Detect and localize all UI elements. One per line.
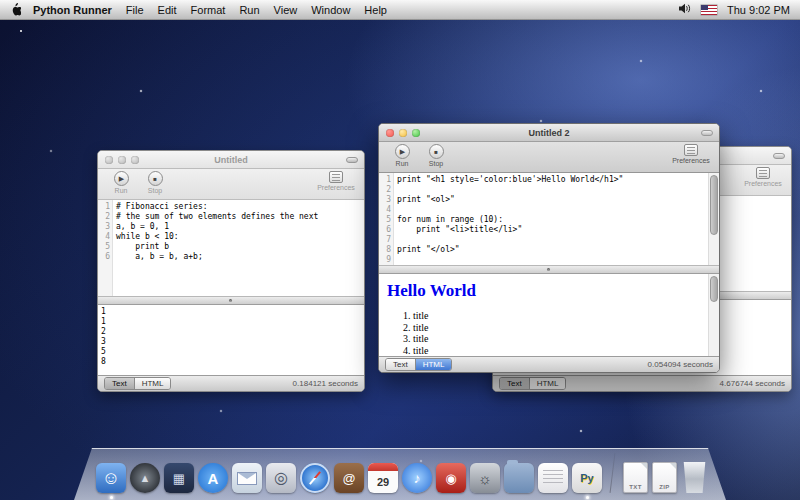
itunes-icon[interactable]: ♪	[402, 463, 432, 493]
minimize-button[interactable]	[399, 129, 407, 137]
line-number: 1	[98, 202, 112, 212]
python-runner-icon[interactable]: Py	[572, 463, 602, 493]
line-number: 3	[379, 195, 393, 205]
preferences-icon	[684, 144, 698, 156]
toolbar-toggle-button[interactable]	[773, 153, 785, 159]
preview-icon[interactable]: ◎	[266, 463, 296, 493]
code-text: a, b = 0, 1	[112, 222, 169, 232]
code-line: 3print "<ol>"	[379, 195, 719, 205]
status-bar: Text HTML 4.676744 seconds	[493, 375, 791, 391]
mission-control-icon[interactable]: ▦	[164, 463, 194, 493]
code-line: 4while b < 10:	[98, 232, 364, 242]
stop-icon: ■	[434, 149, 438, 155]
output-pane: 112358	[98, 305, 364, 375]
splitter-grip[interactable]	[547, 268, 550, 271]
html-mode-button[interactable]: HTML	[415, 359, 452, 370]
keyboard-flag-icon[interactable]	[701, 5, 717, 15]
toolbar-toggle-button[interactable]	[346, 157, 358, 163]
close-button[interactable]	[386, 129, 394, 137]
menu-item[interactable]: Run	[239, 4, 259, 16]
line-number: 1	[379, 175, 393, 185]
preferences-button-label: Preferences	[317, 184, 355, 191]
html-mode-button[interactable]: HTML	[134, 378, 171, 389]
scrollbar	[708, 173, 719, 265]
line-number: 2	[379, 185, 393, 195]
status-bar: Text HTML 0.184121 seconds	[98, 375, 364, 391]
scrollbar-thumb[interactable]	[710, 276, 718, 302]
run-button[interactable]: ▶ Run	[106, 171, 136, 194]
menu-item[interactable]: Format	[191, 4, 226, 16]
scrollbar	[708, 274, 719, 356]
menu-item[interactable]: View	[274, 4, 298, 16]
txt-document-icon[interactable]: TXT	[623, 462, 648, 493]
code-editor[interactable]: 1print "<h1 style='color:blue'>Hello Wor…	[379, 173, 719, 265]
title-bar[interactable]: Untitled 2	[379, 124, 719, 142]
code-line: 2# the sum of two elements defines the n…	[98, 212, 364, 222]
code-text	[393, 185, 397, 195]
code-text: while b < 10:	[112, 232, 179, 242]
code-text: print "<ol>"	[393, 195, 455, 205]
zoom-button[interactable]	[131, 156, 139, 164]
line-number: 6	[379, 225, 393, 235]
volume-icon[interactable]	[678, 3, 691, 16]
dock-separator	[610, 453, 616, 493]
text-mode-button[interactable]: Text	[500, 378, 529, 389]
preferences-button[interactable]: Preferences	[316, 171, 356, 191]
close-button[interactable]	[105, 156, 113, 164]
window-controls	[386, 129, 420, 137]
apple-menu-icon[interactable]	[10, 3, 21, 16]
zip-document-icon[interactable]: ZIP	[652, 462, 677, 493]
output-line: 8	[101, 357, 364, 367]
code-line: 5for num in range (10):	[379, 215, 719, 225]
preferences-icon	[329, 171, 343, 183]
calendar-icon[interactable]: 29	[368, 463, 398, 493]
code-text: print "</ol>"	[393, 245, 460, 255]
address-book-icon[interactable]: @	[334, 463, 364, 493]
preferences-button[interactable]: Preferences	[743, 167, 783, 187]
menu-item[interactable]: Window	[311, 4, 350, 16]
toolbar-toggle-button[interactable]	[701, 130, 713, 136]
stop-button[interactable]: ■ Stop	[140, 171, 170, 194]
menu-item[interactable]: Edit	[158, 4, 177, 16]
text-mode-button[interactable]: Text	[386, 359, 415, 370]
menu-clock[interactable]: Thu 9:02 PM	[727, 4, 790, 16]
title-bar[interactable]: Untitled	[98, 151, 364, 169]
rendered-list: titletitletitletitletitletitle	[413, 310, 711, 356]
menu-item[interactable]: Help	[364, 4, 387, 16]
mail-icon[interactable]	[232, 463, 262, 493]
app-menu-title[interactable]: Python Runner	[33, 4, 112, 16]
run-button[interactable]: ▶ Run	[387, 144, 417, 167]
finder-icon[interactable]: ☺	[96, 463, 126, 493]
stop-button-label: Stop	[429, 160, 443, 167]
pane-splitter[interactable]	[98, 296, 364, 305]
menu-bar: Python Runner FileEditFormatRunViewWindo…	[0, 0, 800, 20]
code-line: 1print "<h1 style='color:blue'>Hello Wor…	[379, 175, 719, 185]
downloads-folder-icon[interactable]	[504, 463, 534, 493]
line-number: 5	[98, 242, 112, 252]
pane-splitter[interactable]	[379, 265, 719, 274]
splitter-grip[interactable]	[229, 299, 232, 302]
safari-icon[interactable]	[300, 463, 330, 493]
minimize-button[interactable]	[118, 156, 126, 164]
scrollbar-thumb[interactable]	[710, 175, 718, 235]
code-editor[interactable]: 1# Fibonacci series: 2# the sum of two e…	[98, 200, 364, 296]
output-line: 2	[101, 327, 364, 337]
text-mode-button[interactable]: Text	[105, 378, 134, 389]
trash-icon[interactable]	[681, 462, 708, 493]
textedit-icon[interactable]	[538, 463, 568, 493]
running-indicator	[110, 496, 113, 499]
line-number: 4	[98, 232, 112, 242]
system-preferences-icon[interactable]: ☼	[470, 463, 500, 493]
zoom-button[interactable]	[412, 129, 420, 137]
output-line: 5	[101, 347, 364, 357]
html-mode-button[interactable]: HTML	[529, 378, 566, 389]
stop-button[interactable]: ■ Stop	[421, 144, 451, 167]
preferences-button-label: Preferences	[744, 180, 782, 187]
menu-item[interactable]: File	[126, 4, 144, 16]
preferences-button[interactable]: Preferences	[671, 144, 711, 164]
rendered-heading: Hello World	[387, 281, 711, 301]
photo-booth-icon[interactable]: ◉	[436, 463, 466, 493]
app-store-icon[interactable]: A	[198, 463, 228, 493]
execution-time: 0.054094 seconds	[648, 360, 713, 369]
launchpad-icon[interactable]: ▲	[130, 463, 160, 493]
